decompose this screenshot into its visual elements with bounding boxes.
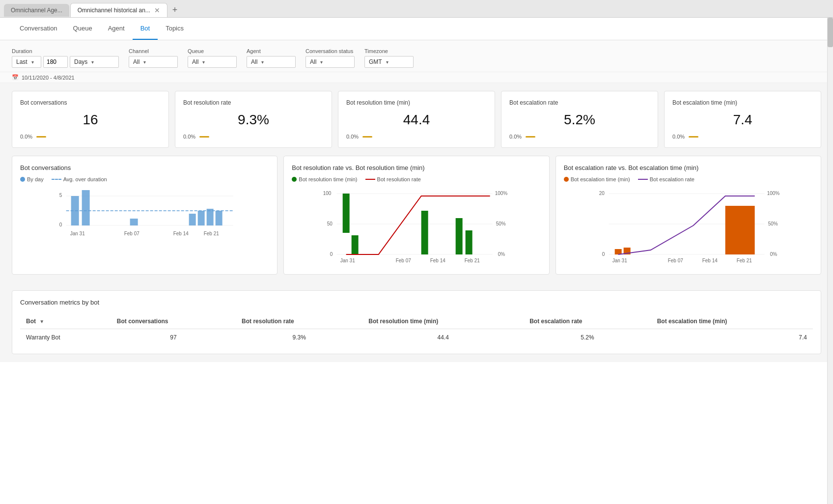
legend-resolution-rate-line [365, 179, 375, 180]
svg-text:Feb 07: Feb 07 [124, 231, 140, 236]
tab-queue[interactable]: Queue [65, 18, 100, 40]
kpi-bot-resolution-rate-indicator [199, 136, 209, 138]
legend-escalation-rate-line [638, 179, 648, 180]
kpi-bot-resolution-rate-value: 9.3% [183, 108, 324, 132]
duration-label: Duration [12, 48, 119, 54]
charts-row: Bot conversations By day Avg. over durat… [0, 156, 833, 282]
kpi-bot-resolution-time-indicator [362, 136, 372, 138]
duration-value-input[interactable] [43, 56, 68, 68]
agent-select[interactable]: All ▾ [247, 56, 296, 68]
scrollbar[interactable] [827, 18, 833, 504]
svg-text:0: 0 [330, 252, 333, 257]
legend-resolution-time-dot [292, 177, 297, 182]
svg-text:0: 0 [59, 222, 62, 227]
kpi-bot-resolution-rate-title: Bot resolution rate [183, 99, 324, 106]
bot-conversations-svg: 5 0 Jan 31 Feb 07 [20, 186, 269, 265]
legend-resolution-time-label: Bot resolution time (min) [299, 176, 357, 182]
kpi-bot-conversations: Bot conversations 16 0.0% [12, 91, 169, 148]
svg-rect-27 [421, 211, 428, 254]
svg-text:50%: 50% [496, 221, 506, 226]
kpi-bot-conversations-title: Bot conversations [20, 99, 161, 106]
legend-resolution-rate-label: Bot resolution rate [377, 176, 421, 182]
svg-rect-9 [198, 211, 205, 225]
row-escalation-time: 7.4 [651, 329, 813, 346]
kpi-bot-escalation-time-value: 7.4 [672, 108, 813, 132]
escalation-rate-legend: Bot escalation time (min) Bot escalation… [564, 176, 813, 182]
queue-select[interactable]: All ▾ [188, 56, 237, 68]
legend-avg-label: Avg. over duration [63, 176, 107, 182]
escalation-rate-chart: Bot escalation rate vs. Bot escalation t… [555, 156, 821, 275]
svg-text:5: 5 [59, 193, 62, 198]
sort-icon[interactable]: ▼ [39, 319, 44, 324]
legend-escalation-rate-label: Bot escalation rate [650, 176, 694, 182]
channel-filter: Channel All ▾ [129, 48, 178, 68]
legend-by-day-dot [20, 177, 25, 182]
bot-conversations-chart: Bot conversations By day Avg. over durat… [12, 156, 278, 275]
tab-bot[interactable]: Bot [133, 18, 158, 40]
duration-preset-select[interactable]: Last ▾ [12, 56, 41, 68]
col-escalation-rate: Bot escalation rate [524, 314, 651, 329]
main-content: Conversation Queue Agent Bot Topics Dura… [0, 18, 833, 504]
nav-tab-bar: Conversation Queue Agent Bot Topics [0, 18, 833, 40]
kpi-bot-escalation-time: Bot escalation time (min) 7.4 0.0% [664, 91, 821, 148]
add-tab-button[interactable]: + [168, 3, 182, 17]
kpi-bot-escalation-time-title: Bot escalation time (min) [672, 99, 813, 106]
kpi-bot-escalation-rate: Bot escalation rate 5.2% 0.0% [501, 91, 658, 148]
bot-conversations-legend: By day Avg. over duration [20, 176, 269, 182]
timezone-select[interactable]: GMT ▾ [364, 56, 414, 68]
kpi-bot-escalation-time-change: 0.0% [672, 134, 685, 140]
svg-text:50%: 50% [768, 221, 777, 226]
bot-conversations-chart-title: Bot conversations [20, 164, 269, 171]
date-range-text: 10/11/2020 - 4/8/2021 [22, 75, 75, 81]
svg-text:0%: 0% [770, 252, 777, 257]
legend-by-day-label: By day [27, 176, 44, 182]
table-header-row: Bot ▼ Bot conversations Bot resolution r… [20, 314, 813, 329]
resolution-rate-chart-title: Bot resolution rate vs. Bot resolution t… [292, 164, 541, 171]
browser-tab-2[interactable]: Omnichannel historical an... ✕ [70, 3, 167, 17]
tab-topics[interactable]: Topics [158, 18, 192, 40]
svg-text:Feb 14: Feb 14 [173, 231, 189, 236]
kpi-bot-escalation-time-indicator [689, 136, 698, 138]
duration-unit-select[interactable]: Days ▾ [70, 56, 119, 68]
svg-text:Jan 31: Jan 31 [70, 231, 85, 236]
row-escalation-rate: 5.2% [524, 329, 651, 346]
browser-tab-1[interactable]: Omnichannel Age... [4, 4, 69, 17]
table-section: Conversation metrics by bot Bot ▼ Bot co… [0, 282, 833, 362]
table-card-title: Conversation metrics by bot [20, 299, 813, 306]
timezone-filter: Timezone GMT ▾ [364, 48, 414, 68]
chevron-down-icon-6: ▾ [320, 59, 323, 65]
tab-agent[interactable]: Agent [100, 18, 133, 40]
channel-label: Channel [129, 48, 178, 54]
svg-text:100%: 100% [495, 191, 508, 196]
tab-conversation[interactable]: Conversation [12, 18, 65, 40]
col-resolution-rate: Bot resolution rate [236, 314, 362, 329]
conversation-status-filter: Conversation status All ▾ [305, 48, 355, 68]
legend-avg-dash [52, 179, 61, 180]
timezone-label: Timezone [364, 48, 414, 54]
svg-text:Feb 21: Feb 21 [204, 231, 220, 236]
svg-text:Jan 31: Jan 31 [340, 258, 355, 263]
svg-text:100: 100 [323, 191, 332, 196]
row-bot-name: Warranty Bot [20, 329, 111, 346]
svg-rect-5 [71, 196, 79, 225]
kpi-bot-escalation-rate-value: 5.2% [509, 108, 650, 132]
kpi-bot-escalation-rate-title: Bot escalation rate [509, 99, 650, 106]
col-escalation-time: Bot escalation time (min) [651, 314, 813, 329]
scrollbar-thumb[interactable] [828, 18, 833, 47]
svg-rect-29 [466, 230, 472, 254]
calendar-icon: 📅 [12, 74, 19, 81]
close-tab-icon[interactable]: ✕ [154, 6, 160, 14]
queue-label: Queue [188, 48, 237, 54]
chevron-down-icon-2: ▾ [91, 59, 94, 65]
channel-select[interactable]: All ▾ [129, 56, 178, 68]
svg-text:0%: 0% [498, 252, 505, 257]
escalation-rate-chart-title: Bot escalation rate vs. Bot escalation t… [564, 164, 813, 171]
chevron-down-icon-4: ▾ [202, 59, 205, 65]
resolution-rate-legend: Bot resolution time (min) Bot resolution… [292, 176, 541, 182]
svg-rect-11 [216, 211, 222, 225]
svg-rect-10 [207, 209, 214, 225]
conversation-status-select[interactable]: All ▾ [305, 56, 355, 68]
legend-escalation-time-label: Bot escalation time (min) [571, 176, 630, 182]
kpi-bot-resolution-time-title: Bot resolution time (min) [346, 99, 487, 106]
svg-text:Feb 14: Feb 14 [702, 258, 718, 263]
